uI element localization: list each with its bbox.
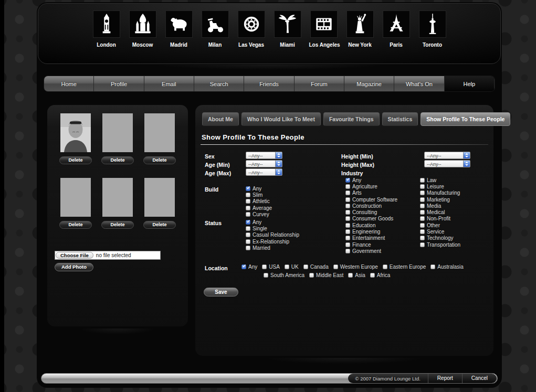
checkbox-option[interactable]: Any bbox=[246, 185, 272, 192]
city-item[interactable]: Las Vegas bbox=[237, 10, 266, 48]
checkbox-option[interactable]: Non-Profit bbox=[420, 216, 460, 222]
city-item[interactable]: Miami bbox=[273, 10, 302, 48]
checkbox[interactable] bbox=[345, 216, 350, 221]
nav-item[interactable]: What's On bbox=[394, 76, 444, 91]
checkbox-option[interactable]: Slim bbox=[246, 192, 272, 198]
checkbox-option[interactable]: Any bbox=[246, 219, 299, 225]
checkbox[interactable] bbox=[264, 273, 268, 278]
profile-tab[interactable]: About Me bbox=[202, 112, 239, 126]
checkbox-option[interactable]: Service bbox=[420, 228, 460, 235]
nav-item[interactable]: Home bbox=[44, 76, 94, 91]
checkbox[interactable] bbox=[246, 226, 250, 231]
checkbox-option[interactable]: Average bbox=[246, 205, 272, 211]
checkbox-option[interactable]: Australasia bbox=[430, 263, 463, 270]
checkbox-option[interactable]: USA bbox=[262, 263, 280, 270]
checkbox[interactable] bbox=[246, 246, 250, 250]
checkbox-option[interactable]: Asia bbox=[348, 272, 365, 278]
add-photo-button[interactable]: Add Photo bbox=[55, 263, 93, 271]
checkbox-option[interactable]: Eastern Europe bbox=[383, 263, 426, 270]
profile-tab[interactable]: Statistics bbox=[382, 112, 418, 126]
checkbox[interactable] bbox=[345, 242, 350, 247]
checkbox[interactable] bbox=[333, 264, 338, 269]
checkbox[interactable] bbox=[348, 273, 353, 278]
checkbox-option[interactable]: Finance bbox=[345, 241, 397, 248]
nav-item[interactable]: Forum bbox=[295, 76, 344, 91]
checkbox-option[interactable]: Transportation bbox=[420, 241, 460, 248]
height-min-select[interactable]: --Any-- bbox=[424, 152, 470, 159]
checkbox[interactable] bbox=[246, 199, 250, 204]
city-item[interactable]: Los Angeles bbox=[309, 10, 339, 48]
nav-item[interactable]: Magazine bbox=[344, 76, 394, 91]
save-button[interactable]: Save bbox=[204, 288, 238, 296]
checkbox-option[interactable]: Married bbox=[246, 245, 299, 251]
checkbox-option[interactable]: Any bbox=[345, 177, 397, 183]
checkbox-option[interactable]: Medical bbox=[420, 209, 460, 215]
photo-placeholder[interactable] bbox=[102, 178, 133, 217]
profile-tab[interactable]: Show Profile To These People bbox=[421, 112, 510, 126]
checkbox-option[interactable]: Agriculture bbox=[345, 183, 397, 189]
checkbox-option[interactable]: Western Europe bbox=[333, 263, 378, 270]
checkbox[interactable] bbox=[246, 193, 250, 197]
checkbox-option[interactable]: Africa bbox=[370, 272, 391, 278]
file-input[interactable]: Choose File no file selected bbox=[55, 251, 161, 260]
checkbox[interactable] bbox=[420, 204, 425, 208]
checkbox-option[interactable]: Ex-Relationship bbox=[246, 238, 299, 245]
age-min-select[interactable]: --Any-- bbox=[246, 160, 282, 167]
checkbox-option[interactable]: Computer Software bbox=[345, 196, 397, 203]
photo-placeholder[interactable] bbox=[102, 113, 133, 152]
checkbox-option[interactable]: Leisure bbox=[420, 183, 460, 189]
nav-item[interactable]: Search bbox=[194, 76, 244, 91]
profile-photo[interactable] bbox=[60, 113, 91, 152]
city-item[interactable]: Paris bbox=[382, 10, 411, 48]
height-max-select[interactable]: --Any-- bbox=[424, 160, 470, 167]
checkbox[interactable] bbox=[345, 184, 350, 189]
checkbox[interactable] bbox=[420, 216, 425, 221]
checkbox-option[interactable]: Middle East bbox=[309, 272, 343, 278]
checkbox[interactable] bbox=[246, 220, 250, 225]
sex-select[interactable]: --Any-- bbox=[246, 152, 282, 159]
checkbox[interactable] bbox=[345, 223, 350, 228]
checkbox[interactable] bbox=[345, 197, 350, 202]
checkbox-option[interactable]: Other bbox=[420, 222, 460, 228]
checkbox-option[interactable]: Construction bbox=[345, 203, 397, 209]
checkbox-option[interactable]: UK bbox=[285, 263, 299, 270]
checkbox[interactable] bbox=[345, 190, 350, 195]
checkbox[interactable] bbox=[420, 223, 425, 228]
checkbox[interactable] bbox=[420, 229, 425, 234]
checkbox-option[interactable]: Arts bbox=[345, 190, 397, 196]
checkbox[interactable] bbox=[246, 232, 250, 237]
delete-photo-button[interactable]: Delete bbox=[143, 156, 176, 164]
checkbox[interactable] bbox=[345, 178, 350, 183]
checkbox-option[interactable]: Law bbox=[420, 177, 460, 183]
delete-photo-button[interactable]: Delete bbox=[59, 221, 92, 229]
city-item[interactable]: New York bbox=[345, 10, 375, 48]
profile-tab[interactable]: Who I Would Like To Meet bbox=[241, 112, 321, 126]
city-item[interactable]: Moscow bbox=[128, 10, 157, 48]
city-item[interactable]: Toronto bbox=[418, 10, 447, 48]
delete-photo-button[interactable]: Delete bbox=[101, 156, 134, 164]
checkbox[interactable] bbox=[345, 204, 350, 208]
checkbox-option[interactable]: Single bbox=[246, 225, 299, 231]
checkbox-option[interactable]: Curvey bbox=[246, 211, 272, 217]
checkbox-option[interactable]: Consulting bbox=[345, 209, 397, 215]
checkbox[interactable] bbox=[420, 236, 425, 240]
delete-photo-button[interactable]: Delete bbox=[59, 156, 92, 164]
checkbox[interactable] bbox=[345, 229, 350, 234]
checkbox-option[interactable]: South America bbox=[264, 272, 304, 278]
city-item[interactable]: Milan bbox=[201, 10, 230, 48]
checkbox[interactable] bbox=[285, 264, 289, 269]
checkbox[interactable] bbox=[420, 190, 425, 195]
cancel-button[interactable]: Cancel bbox=[462, 374, 497, 383]
checkbox[interactable] bbox=[420, 210, 425, 215]
checkbox[interactable] bbox=[370, 273, 375, 278]
checkbox[interactable] bbox=[262, 264, 267, 269]
checkbox[interactable] bbox=[345, 210, 350, 215]
nav-item[interactable]: Help bbox=[445, 76, 495, 91]
photo-placeholder[interactable] bbox=[144, 113, 175, 152]
checkbox[interactable] bbox=[246, 206, 250, 210]
checkbox[interactable] bbox=[420, 197, 425, 202]
checkbox-option[interactable]: Any bbox=[241, 263, 257, 270]
photo-placeholder[interactable] bbox=[144, 178, 175, 217]
profile-tab[interactable]: Favourite Things bbox=[323, 112, 380, 126]
report-button[interactable]: Report bbox=[428, 374, 462, 383]
